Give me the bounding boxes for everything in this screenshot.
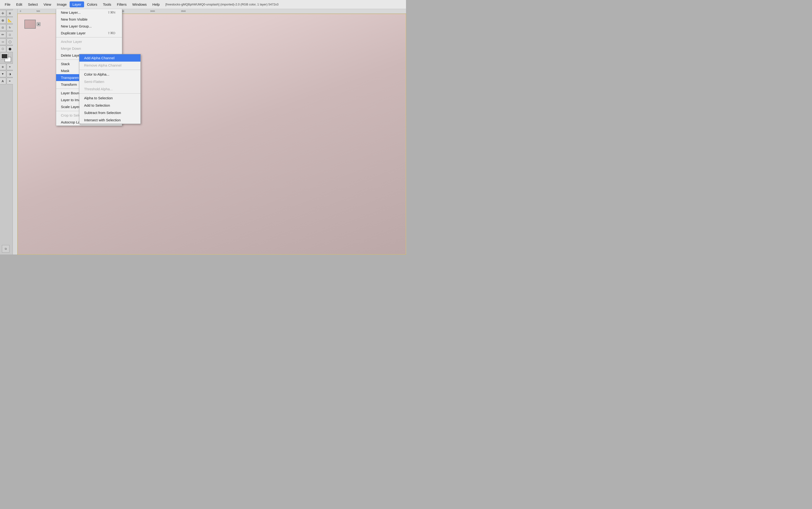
layer-thumbnail	[25, 20, 36, 29]
menu-filters[interactable]: Filters	[114, 1, 130, 7]
layer-indicator: ⧉	[2, 245, 9, 252]
toolbox: ✛ ⊞ ⊕ 📐 ⊡ ↻ ✏ ◻ ▭ ◯ ⬡ ⬤ ⊕ ✦	[0, 9, 13, 254]
tool-transform[interactable]: ↻	[7, 24, 13, 31]
tool-zoom[interactable]: ⊕	[0, 17, 6, 24]
menu-item-new-layer[interactable]: New Layer... ⇧⌘N	[56, 9, 122, 16]
canvas-area: 0 500 1500 2000 2500 3000 3500 ✕	[13, 9, 406, 254]
tool-gradient[interactable]: ◑	[7, 71, 13, 77]
submenu-item-intersect-with-selection[interactable]: Intersect with Selection	[79, 116, 140, 124]
tool-move[interactable]: ✛	[0, 10, 6, 16]
menu-image[interactable]: Image	[54, 1, 70, 7]
tool-clone[interactable]: ⊕	[0, 64, 6, 70]
menu-help[interactable]: Help	[149, 1, 163, 7]
menu-item-anchor-layer: Anchor Layer	[56, 38, 122, 45]
ruler-tick-500: 500	[36, 10, 40, 12]
menu-colors[interactable]: Colors	[84, 1, 100, 7]
submenu-item-semi-flatten: Semi-Flatten	[79, 78, 140, 85]
submenu-separator-1	[79, 70, 140, 70]
menu-item-duplicate-layer[interactable]: Duplicate Layer ⇧⌘D	[56, 30, 122, 36]
menu-windows[interactable]: Windows	[129, 1, 149, 7]
menu-layer[interactable]: Layer	[70, 1, 84, 7]
menu-view[interactable]: View	[41, 1, 54, 7]
menu-tools[interactable]: Tools	[100, 1, 114, 7]
menubar: File Edit Select View Image Layer Colors…	[0, 0, 406, 9]
tool-paint[interactable]: ✏	[0, 31, 6, 38]
tool-heal[interactable]: ✦	[7, 64, 13, 70]
window-title: [freestocks-gMQBphWUMQ0-unsplash] (impor…	[165, 3, 279, 6]
tool-select-rect[interactable]: ▭	[0, 38, 6, 45]
tool-align[interactable]: ⊞	[7, 10, 13, 16]
menu-file[interactable]: File	[2, 1, 13, 7]
submenu-item-add-alpha-channel[interactable]: Add Alpha Channel	[79, 54, 140, 62]
menu-select[interactable]: Select	[25, 1, 41, 7]
tool-crop[interactable]: ⊡	[0, 24, 6, 31]
menu-item-new-layer-group[interactable]: New Layer Group...	[56, 23, 122, 30]
tool-eraser[interactable]: ◻	[7, 31, 13, 38]
foreground-color[interactable]	[1, 54, 8, 59]
ruler-vertical	[13, 9, 17, 254]
menu-item-new-from-visible[interactable]: New from Visible	[56, 16, 122, 23]
submenu-item-add-to-selection[interactable]: Add to Selection	[79, 102, 140, 109]
submenu-item-threshold-alpha: Threshold Alpha...	[79, 85, 140, 93]
ruler-tick-3500: 3500	[181, 10, 186, 12]
menu-item-merge-down: Merge Down	[56, 45, 122, 52]
thumbnail-close-button[interactable]: ✕	[37, 22, 40, 26]
main-area: ✛ ⊞ ⊕ 📐 ⊡ ↻ ✏ ◻ ▭ ◯ ⬡ ⬤ ⊕ ✦	[0, 9, 406, 254]
color-swatch	[1, 54, 11, 62]
menu-edit[interactable]: Edit	[13, 1, 25, 7]
submenu-item-color-to-alpha[interactable]: Color to Alpha...	[79, 71, 140, 78]
tool-select-by-color[interactable]: ⬤	[7, 45, 13, 52]
tool-fuzzy-select[interactable]: ⬡	[0, 45, 6, 52]
transparency-submenu: Add Alpha Channel Remove Alpha Channel C…	[79, 54, 141, 124]
tool-bucket[interactable]: ▼	[0, 71, 6, 77]
tool-text[interactable]: A	[0, 78, 6, 84]
submenu-item-alpha-to-selection[interactable]: Alpha to Selection	[79, 94, 140, 102]
submenu-separator-2	[79, 93, 140, 94]
submenu-item-subtract-from-selection[interactable]: Subtract from Selection	[79, 109, 140, 116]
thumbnail-strip: ✕	[25, 20, 40, 29]
ruler-tick-3000: 3000	[150, 10, 155, 12]
ruler-tick-0: 0	[20, 10, 21, 12]
submenu-item-remove-alpha-channel: Remove Alpha Channel	[79, 62, 140, 69]
tool-path[interactable]: ✒	[7, 78, 13, 84]
tool-measure[interactable]: 📐	[7, 17, 13, 24]
tool-select-ellipse[interactable]: ◯	[7, 38, 13, 45]
